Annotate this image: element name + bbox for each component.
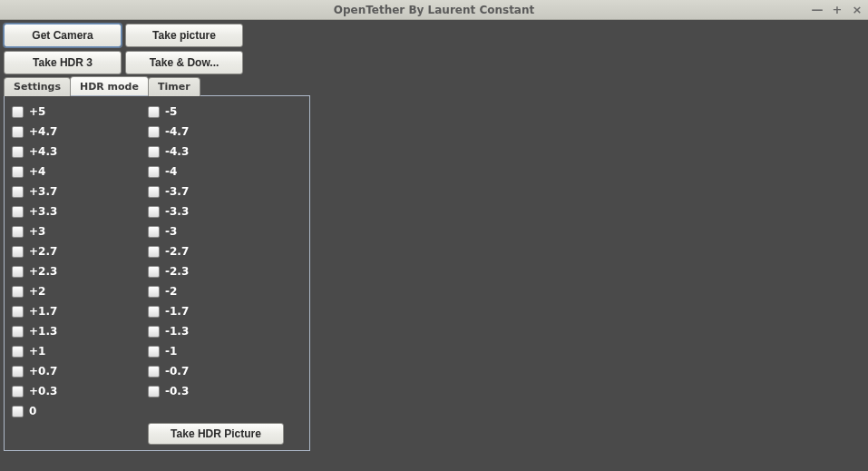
hdr-check-row: -1.3 xyxy=(148,321,302,341)
hdr-check-row: +2.7 xyxy=(12,241,148,261)
hdr-checkbox[interactable] xyxy=(148,306,160,318)
hdr-check-row: +0.3 xyxy=(12,381,148,401)
hdr-check-row: +4.3 xyxy=(12,142,148,162)
hdr-check-label: +1.7 xyxy=(29,305,57,318)
hdr-checkbox[interactable] xyxy=(148,246,160,258)
hdr-checkbox[interactable] xyxy=(148,206,160,218)
hdr-checkbox[interactable] xyxy=(12,206,24,218)
hdr-check-row: +3.7 xyxy=(12,182,148,201)
get-camera-button[interactable]: Get Camera xyxy=(4,24,122,47)
hdr-checkbox[interactable] xyxy=(12,266,24,278)
hdr-checkbox[interactable] xyxy=(12,246,24,258)
hdr-check-label: +0.3 xyxy=(29,385,57,397)
hdr-check-label: -4.7 xyxy=(165,125,189,138)
hdr-check-row: -2.3 xyxy=(148,261,302,281)
window-title: OpenTether By Laurent Constant xyxy=(334,4,535,16)
hdr-check-label: -0.3 xyxy=(165,385,189,397)
toolbar-row-2: Take HDR 3 Take & Dow... xyxy=(4,51,864,74)
hdr-col-negative: -5-4.7-4.3-4-3.7-3.3-3-2.7-2.3-2-1.7-1.3… xyxy=(148,102,302,421)
app-body: Get Camera Take picture Take HDR 3 Take … xyxy=(0,20,868,455)
hdr-check-row: -3.7 xyxy=(148,182,302,201)
hdr-check-row: +0.7 xyxy=(12,361,148,381)
hdr-check-label: +1.3 xyxy=(29,325,57,338)
hdr-checkbox[interactable] xyxy=(148,326,160,338)
tab-timer[interactable]: Timer xyxy=(148,77,200,96)
hdr-checkbox[interactable] xyxy=(12,146,24,158)
hdr-check-label: -3.3 xyxy=(165,205,189,218)
hdr-checkbox[interactable] xyxy=(148,226,160,238)
hdr-check-label: +4.3 xyxy=(29,145,57,158)
hdr-check-label: +1 xyxy=(29,345,45,358)
hdr-col-positive: +5+4.7+4.3+4+3.7+3.3+3+2.7+2.3+2+1.7+1.3… xyxy=(12,102,148,421)
hdr-check-row: +2 xyxy=(12,281,148,301)
hdr-check-row: -1 xyxy=(148,341,302,361)
hdr-checkbox[interactable] xyxy=(12,366,24,378)
hdr-checkbox[interactable] xyxy=(148,366,160,378)
hdr-checkbox[interactable] xyxy=(148,346,160,358)
hdr-check-row: -3.3 xyxy=(148,201,302,221)
hdr-check-label: -4 xyxy=(165,165,177,178)
hdr-check-label: +0.7 xyxy=(29,365,57,378)
minimize-icon[interactable]: — xyxy=(810,2,824,16)
hdr-checkbox[interactable] xyxy=(12,306,24,318)
take-hdr3-button[interactable]: Take HDR 3 xyxy=(4,51,122,74)
hdr-check-label: -3.7 xyxy=(165,185,189,198)
hdr-checkbox[interactable] xyxy=(12,106,24,118)
hdr-check-label: +2 xyxy=(29,285,45,298)
hdr-check-label: -1 xyxy=(165,345,177,358)
hdr-check-label: -2.7 xyxy=(165,245,189,258)
titlebar: OpenTether By Laurent Constant — + × xyxy=(0,0,868,20)
hdr-check-label: -2 xyxy=(165,285,177,298)
hdr-check-row: +1.3 xyxy=(12,321,148,341)
hdr-check-label: -3 xyxy=(165,225,177,238)
hdr-checkbox[interactable] xyxy=(148,286,160,298)
hdr-check-row: -2.7 xyxy=(148,241,302,261)
hdr-checkbox[interactable] xyxy=(12,326,24,338)
hdr-checkbox[interactable] xyxy=(12,126,24,138)
toolbar-row-1: Get Camera Take picture xyxy=(4,24,864,47)
hdr-checkbox[interactable] xyxy=(12,186,24,198)
tab-settings[interactable]: Settings xyxy=(4,77,71,96)
hdr-check-label: -0.7 xyxy=(165,365,189,378)
hdr-check-label: +5 xyxy=(29,105,45,118)
maximize-icon[interactable]: + xyxy=(830,2,844,16)
take-picture-button[interactable]: Take picture xyxy=(125,24,243,47)
hdr-check-row: -3 xyxy=(148,221,302,241)
hdr-check-label: +3.3 xyxy=(29,205,57,218)
hdr-checkbox[interactable] xyxy=(148,126,160,138)
hdr-checkbox[interactable] xyxy=(12,166,24,178)
hdr-check-row: +3 xyxy=(12,221,148,241)
hdr-checkbox[interactable] xyxy=(12,386,24,397)
hdr-checkbox[interactable] xyxy=(12,346,24,358)
tab-bar: Settings HDR mode Timer xyxy=(4,76,864,95)
hdr-check-label: +3.7 xyxy=(29,185,57,198)
hdr-checkbox[interactable] xyxy=(148,106,160,118)
take-hdr-picture-button[interactable]: Take HDR Picture xyxy=(148,423,284,445)
hdr-checkbox[interactable] xyxy=(148,186,160,198)
hdr-check-row: -4.7 xyxy=(148,122,302,142)
hdr-check-row: 0 xyxy=(12,401,148,421)
hdr-checkbox[interactable] xyxy=(12,226,24,238)
hdr-checkbox[interactable] xyxy=(148,146,160,158)
hdr-check-label: -5 xyxy=(165,105,177,118)
hdr-columns: +5+4.7+4.3+4+3.7+3.3+3+2.7+2.3+2+1.7+1.3… xyxy=(12,102,302,421)
hdr-check-label: -4.3 xyxy=(165,145,189,158)
hdr-check-row: +2.3 xyxy=(12,261,148,281)
close-icon[interactable]: × xyxy=(850,2,864,16)
hdr-check-label: +2.3 xyxy=(29,265,57,278)
hdr-check-row: -5 xyxy=(148,102,302,122)
hdr-checkbox[interactable] xyxy=(148,386,160,397)
hdr-check-row: -0.3 xyxy=(148,381,302,401)
take-download-button[interactable]: Take & Dow... xyxy=(125,51,243,74)
tab-hdr-mode[interactable]: HDR mode xyxy=(70,76,149,95)
hdr-check-row: -4 xyxy=(148,162,302,182)
hdr-check-label: 0 xyxy=(29,405,36,417)
hdr-checkbox[interactable] xyxy=(148,266,160,278)
hdr-checkbox[interactable] xyxy=(12,406,24,417)
hdr-checkbox[interactable] xyxy=(12,286,24,298)
hdr-check-label: -2.3 xyxy=(165,265,189,278)
hdr-checkbox[interactable] xyxy=(148,166,160,178)
hdr-check-row: -4.3 xyxy=(148,142,302,162)
hdr-check-label: -1.3 xyxy=(165,325,189,338)
hdr-check-row: +1 xyxy=(12,341,148,361)
